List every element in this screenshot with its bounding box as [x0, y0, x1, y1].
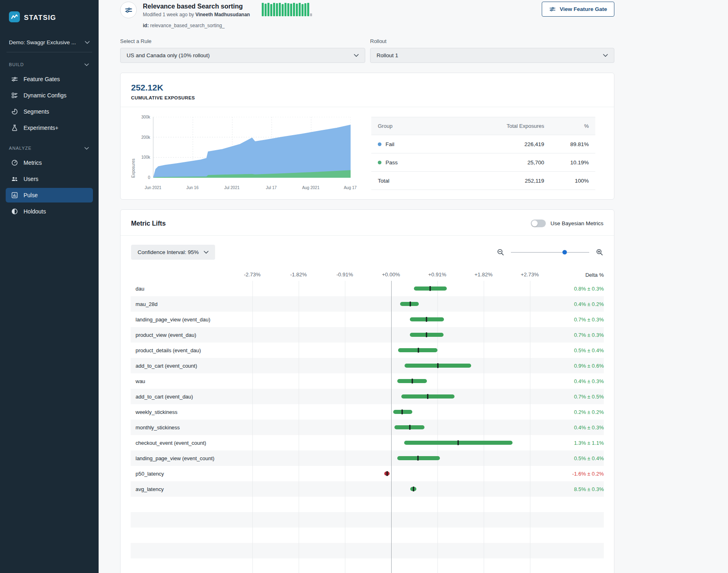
gridline: [252, 435, 253, 450]
sidebar-item-segments[interactable]: Segments: [6, 104, 93, 119]
sidebar-section-build[interactable]: BUILD: [0, 52, 99, 71]
zoom-slider[interactable]: [511, 252, 589, 253]
metric-name: [131, 558, 252, 573]
gridline: [530, 558, 530, 573]
confidence-interval-label: Confidence Interval: 95%: [138, 249, 199, 255]
axis-tick-label: +0.00%: [382, 271, 400, 278]
gridline: [345, 420, 345, 435]
metric-row[interactable]: mau_28d0.4% ± 0.2%: [131, 296, 604, 312]
gridline: [252, 450, 253, 466]
metric-row[interactable]: dau0.8% ± 0.3%: [131, 281, 604, 296]
metric-name: dau: [131, 281, 252, 296]
point-estimate-marker: [427, 394, 428, 399]
metric-row[interactable]: p50_latency-1.6% ± 0.2%: [131, 466, 604, 481]
sidebar-item-users[interactable]: Users: [6, 172, 93, 186]
statsig-app: STATSIG Demo: Swaggr Exclusive ... BUILD…: [0, 0, 728, 573]
project-selector[interactable]: Demo: Swaggr Exclusive ...: [6, 34, 92, 52]
metric-row[interactable]: add_to_cart (event_dau)0.7% ± 0.5%: [131, 389, 604, 404]
gridline: [299, 327, 299, 343]
zero-gridline: [391, 404, 392, 420]
view-feature-gate-button[interactable]: View Feature Gate: [542, 2, 614, 17]
gridline: [484, 466, 484, 481]
sidebar-item-dynamic-configs[interactable]: Dynamic Configs: [6, 88, 93, 103]
exposures-area-svg: [153, 117, 351, 178]
sidebar-item-metrics[interactable]: Metrics: [6, 155, 93, 170]
metric-row[interactable]: monthly_stickiness0.4% ± 0.3%: [131, 420, 604, 435]
sidebar-item-holdouts[interactable]: Holdouts: [6, 204, 93, 219]
nav-label: Holdouts: [24, 208, 46, 215]
delta-value: 0.7% ± 0.3%: [529, 312, 604, 327]
pulse-chart-icon: [11, 192, 18, 199]
gate-id: id: relevance_based_search_sorting_: [143, 23, 250, 28]
confidence-interval-select[interactable]: Confidence Interval: 95%: [131, 245, 215, 260]
metric-plot-cell: [252, 327, 530, 343]
nav-label: Feature Gates: [24, 76, 60, 82]
gridline: [252, 343, 253, 358]
zoom-slider-handle[interactable]: [562, 250, 567, 254]
metric-row[interactable]: weekly_stickiness0.2% ± 0.2%: [131, 404, 604, 420]
metric-row[interactable]: landing_page_view (event_dau)0.7% ± 0.3%: [131, 312, 604, 327]
metric-row[interactable]: avg_latency8.5% ± 0.3%: [131, 481, 604, 497]
gridline: [299, 373, 299, 389]
rollout-select[interactable]: Rollout 1: [370, 48, 614, 63]
metric-row[interactable]: product_details (event_dau)0.5% ± 0.4%: [131, 343, 604, 358]
gridline: [530, 404, 530, 420]
axis-tick-label: -1.82%: [290, 271, 307, 278]
zero-gridline: [391, 450, 392, 466]
gridline: [252, 512, 253, 528]
metric-plot-cell: [252, 281, 530, 296]
metric-row[interactable]: checkout_event (event_count)1.3% ± 1.1%: [131, 435, 604, 450]
zoom-in-icon[interactable]: [596, 248, 603, 256]
gridline: [437, 404, 438, 420]
metric-row[interactable]: product_view (event_dau)0.7% ± 0.3%: [131, 327, 604, 343]
statsig-logo[interactable]: STATSIG: [0, 7, 99, 34]
point-estimate-marker: [417, 456, 418, 461]
gridline: [484, 327, 484, 343]
metric-plot-cell: [252, 420, 530, 435]
gridline: [530, 389, 530, 404]
rollout-select-value: Rollout 1: [377, 52, 398, 58]
exposures-plot: [153, 117, 350, 178]
sidebar-item-experiments[interactable]: Experiments+: [6, 121, 93, 135]
gridline: [252, 373, 253, 389]
exposures-area-chart: Exposures 300k 200k 100k 0: [131, 117, 357, 191]
metric-row-empty: [131, 543, 604, 558]
sidebar-item-pulse[interactable]: Pulse: [6, 188, 93, 202]
metric-row[interactable]: landing_page_view (event_count)0.5% ± 0.…: [131, 450, 604, 466]
gridline: [437, 420, 438, 435]
metric-name: landing_page_view (event_dau): [131, 312, 252, 327]
metric-name: product_details (event_dau): [131, 343, 252, 358]
metric-name: [131, 528, 252, 543]
spark-bar: [304, 3, 306, 16]
exposures-table-header: Group Total Exposures %: [371, 117, 595, 135]
metric-row-empty: [131, 558, 604, 573]
group-label: Total: [378, 178, 459, 184]
sidebar-section-analyze[interactable]: ANALYZE: [0, 136, 99, 155]
gridline: [437, 558, 438, 573]
zoom-out-icon[interactable]: [497, 248, 504, 256]
gridline: [252, 558, 253, 573]
zero-gridline: [391, 543, 392, 558]
sidebar-item-feature-gates[interactable]: Feature Gates: [6, 72, 93, 86]
zero-gridline: [391, 296, 392, 312]
nav-label: Dynamic Configs: [24, 92, 67, 99]
gridline: [299, 543, 299, 558]
nav-label: Metrics: [24, 159, 42, 166]
metric-name: [131, 543, 252, 558]
gridline: [345, 512, 345, 528]
gridline: [530, 296, 530, 312]
gridline: [484, 528, 484, 543]
spark-bar: [265, 4, 267, 16]
users-icon: [11, 175, 18, 183]
chevron-down-icon: [85, 41, 90, 44]
gridline: [484, 296, 484, 312]
metric-row[interactable]: wau0.4% ± 0.3%: [131, 373, 604, 389]
rule-select-label: Select a Rule: [120, 38, 365, 44]
metrics-gauge-icon: [11, 159, 18, 166]
metric-plot-cell: [252, 543, 530, 558]
gridline: [484, 373, 484, 389]
metric-row[interactable]: add_to_cart (event_count)0.9% ± 0.6%: [131, 358, 604, 373]
rule-select[interactable]: US and Canada only (10% rollout): [120, 48, 365, 63]
bayesian-toggle[interactable]: [531, 220, 546, 227]
page-header: Relevance based Search sorting Modified …: [120, 2, 614, 28]
